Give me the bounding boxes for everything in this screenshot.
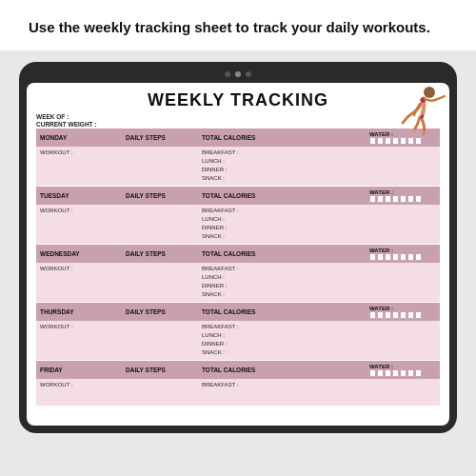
- water-cup-3[interactable]: [392, 195, 399, 203]
- calories-input: [369, 149, 436, 183]
- tablet: WEEKLY TRACKING WEEK OF : CURRENT WEIGHT…: [19, 62, 457, 433]
- day-header-col-1: DAILY STEPS: [126, 367, 202, 373]
- steps-input: [126, 149, 202, 183]
- meal-row: DINNER :: [202, 340, 369, 348]
- calories-input: [369, 323, 436, 357]
- day-header-friday: FRIDAYDAILY STEPSTOTAL CALORIESWATER :: [36, 361, 440, 379]
- water-cup-4[interactable]: [400, 195, 407, 203]
- meals-col: BREAKFAST :LUNCH :DINNER :SNACK :: [202, 323, 369, 357]
- day-header-col-0: THURSDAY: [40, 308, 126, 315]
- meals-col: BREAKFAST :LUNCH :DINNER :SNACK :: [202, 207, 369, 241]
- water-cup-5[interactable]: [407, 195, 414, 203]
- steps-input: [126, 207, 202, 241]
- day-block-tuesday: TUESDAYDAILY STEPSTOTAL CALORIESWATER :W…: [36, 187, 440, 244]
- water-cup-2[interactable]: [385, 311, 391, 319]
- meal-row: DINNER :: [202, 282, 369, 290]
- svg-point-1: [403, 129, 426, 135]
- instruction-text: Use the weekly tracking sheet to track y…: [0, 0, 476, 50]
- day-header-col-0: MONDAY: [40, 134, 126, 141]
- meals-col: BREAKFAST :LUNCH :DINNER :SNACK :: [202, 149, 369, 183]
- fitness-figure-icon: [393, 83, 446, 140]
- meal-row: SNACK :: [202, 232, 369, 241]
- water-cup-2[interactable]: [385, 253, 391, 261]
- water-cup-5[interactable]: [407, 369, 414, 377]
- water-cup-1[interactable]: [377, 253, 384, 261]
- day-header-col-2: TOTAL CALORIES: [202, 308, 369, 315]
- meal-row: BREAKFAST :: [202, 265, 369, 273]
- meal-row: LUNCH :: [202, 215, 369, 224]
- day-header-tuesday: TUESDAYDAILY STEPSTOTAL CALORIESWATER :: [36, 187, 440, 205]
- water-cup-1[interactable]: [377, 369, 384, 377]
- day-body-friday: WORKOUT :BREAKFAST :: [36, 379, 440, 406]
- water-cup-5[interactable]: [407, 311, 414, 319]
- days-container: MONDAYDAILY STEPSTOTAL CALORIESWATER :WO…: [36, 129, 440, 406]
- water-cup-1[interactable]: [377, 195, 384, 203]
- water-cup-4[interactable]: [400, 369, 407, 377]
- water-header: WATER :: [369, 305, 436, 319]
- water-cup-2[interactable]: [385, 195, 391, 203]
- day-header-col-1: DAILY STEPS: [126, 192, 202, 199]
- day-block-wednesday: WEDNESDAYDAILY STEPSTOTAL CALORIESWATER …: [36, 245, 440, 302]
- meals-col: BREAKFAST :LUNCH :DINNER :SNACK :: [202, 265, 369, 299]
- day-header-wednesday: WEDNESDAYDAILY STEPSTOTAL CALORIESWATER …: [36, 245, 440, 263]
- water-cup-3[interactable]: [392, 369, 399, 377]
- water-cup-6[interactable]: [415, 195, 422, 203]
- water-cup-2[interactable]: [385, 137, 391, 145]
- tablet-screen: WEEKLY TRACKING WEEK OF : CURRENT WEIGHT…: [27, 83, 449, 426]
- week-of-label: WEEK OF :: [36, 113, 440, 120]
- day-block-friday: FRIDAYDAILY STEPSTOTAL CALORIESWATER :WO…: [36, 361, 440, 406]
- water-cup-3[interactable]: [392, 311, 399, 319]
- water-cup-3[interactable]: [392, 253, 399, 261]
- meal-row: LUNCH :: [202, 157, 369, 166]
- day-body-wednesday: WORKOUT :BREAKFAST :LUNCH :DINNER :SNACK…: [36, 263, 440, 302]
- meal-row: LUNCH :: [202, 331, 369, 340]
- meal-row: BREAKFAST :: [202, 323, 369, 331]
- meal-row: SNACK :: [202, 348, 369, 357]
- meal-row: BREAKFAST :: [202, 149, 369, 157]
- day-body-thursday: WORKOUT :BREAKFAST :LUNCH :DINNER :SNACK…: [36, 321, 440, 360]
- water-cup-2[interactable]: [385, 369, 391, 377]
- day-header-col-1: DAILY STEPS: [126, 308, 202, 315]
- day-header-col-2: TOTAL CALORIES: [202, 192, 369, 199]
- meal-row: LUNCH :: [202, 273, 369, 282]
- water-cup-0[interactable]: [369, 311, 376, 319]
- water-cup-4[interactable]: [400, 253, 407, 261]
- meal-row: BREAKFAST :: [202, 207, 369, 215]
- calories-input: [369, 381, 436, 403]
- water-cup-6[interactable]: [415, 253, 422, 261]
- day-header-monday: MONDAYDAILY STEPSTOTAL CALORIESWATER :: [36, 129, 440, 147]
- day-header-col-0: WEDNESDAY: [40, 250, 126, 257]
- water-cup-6[interactable]: [415, 311, 422, 319]
- workout-input: WORKOUT :: [40, 207, 126, 241]
- water-header: WATER :: [369, 247, 436, 261]
- day-header-col-2: TOTAL CALORIES: [202, 134, 369, 141]
- day-header-col-0: FRIDAY: [40, 367, 126, 373]
- weekly-tracking-sheet: WEEKLY TRACKING WEEK OF : CURRENT WEIGHT…: [27, 83, 449, 426]
- water-cup-1[interactable]: [377, 137, 384, 145]
- water-cup-1[interactable]: [377, 311, 384, 319]
- water-cup-5[interactable]: [407, 253, 414, 261]
- sheet-title: WEEKLY TRACKING: [36, 90, 440, 110]
- day-block-thursday: THURSDAYDAILY STEPSTOTAL CALORIESWATER :…: [36, 303, 440, 360]
- calories-input: [369, 265, 436, 299]
- meals-col: BREAKFAST :: [202, 381, 369, 403]
- meal-row: DINNER :: [202, 224, 369, 232]
- water-cup-0[interactable]: [369, 253, 376, 261]
- steps-input: [126, 323, 202, 357]
- steps-input: [126, 381, 202, 403]
- water-cup-0[interactable]: [369, 369, 376, 377]
- day-header-thursday: THURSDAYDAILY STEPSTOTAL CALORIESWATER :: [36, 303, 440, 321]
- svg-point-0: [424, 87, 435, 98]
- steps-input: [126, 265, 202, 299]
- dot-2: [235, 71, 241, 77]
- water-header: WATER :: [369, 188, 436, 203]
- water-cup-0[interactable]: [369, 195, 376, 203]
- day-block-monday: MONDAYDAILY STEPSTOTAL CALORIESWATER :WO…: [36, 129, 440, 186]
- workout-input: WORKOUT :: [40, 381, 126, 403]
- calories-input: [369, 207, 436, 241]
- water-cup-6[interactable]: [415, 369, 422, 377]
- workout-input: WORKOUT :: [40, 323, 126, 357]
- water-cup-4[interactable]: [400, 311, 407, 319]
- water-cup-0[interactable]: [369, 137, 376, 145]
- day-body-monday: WORKOUT :BREAKFAST :LUNCH :DINNER :SNACK…: [36, 147, 440, 186]
